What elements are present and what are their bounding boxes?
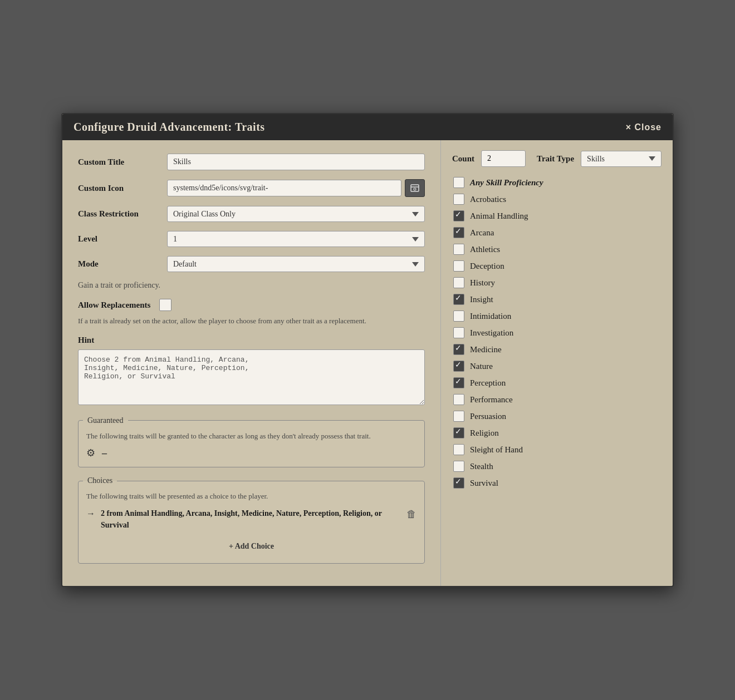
skill-name: Stealth xyxy=(470,462,493,471)
skill-checkbox-religion[interactable] xyxy=(453,427,464,438)
guaranteed-actions: ⚙ – xyxy=(86,447,416,459)
skill-name: Insight xyxy=(470,295,493,304)
choices-description: The following traits will be presented a… xyxy=(86,491,416,502)
skill-checkbox-survival[interactable] xyxy=(453,477,464,489)
skill-checkbox-sleight-of-hand[interactable] xyxy=(453,444,464,455)
skill-checkbox-athletics[interactable] xyxy=(453,244,464,255)
level-row: Level 12345 678910 1112131415 1617181920 xyxy=(78,231,425,247)
skill-name: Performance xyxy=(470,395,513,405)
right-panel: Count Trait Type Skills Languages Armor … xyxy=(441,140,673,586)
skill-item: Arcana xyxy=(452,225,661,240)
skill-item: Medicine xyxy=(452,342,661,357)
mode-row: Mode Default Upgrade Force xyxy=(78,256,425,272)
skill-name: Athletics xyxy=(470,245,500,254)
main-content: Custom Title Custom Icon Class Restricti… xyxy=(62,140,673,586)
skill-checkbox-deception[interactable] xyxy=(453,260,464,272)
skill-item: Investigation xyxy=(452,325,661,341)
skill-name: Animal Handling xyxy=(470,211,528,221)
count-input[interactable] xyxy=(481,150,526,167)
delete-choice-button[interactable]: 🗑 xyxy=(406,509,416,520)
skill-item: Religion xyxy=(452,425,661,441)
choice-text: 2 from Animal Handling, Arcana, Insight,… xyxy=(101,507,401,531)
choices-legend: Choices xyxy=(83,476,117,485)
level-label: Level xyxy=(78,234,167,244)
hint-label: Hint xyxy=(78,336,425,345)
skill-checkbox-persuasion[interactable] xyxy=(453,411,464,422)
skill-item: Sleight of Hand xyxy=(452,442,661,457)
arrow-icon: → xyxy=(86,509,95,519)
skill-checkbox-nature[interactable] xyxy=(453,361,464,372)
custom-title-input[interactable] xyxy=(167,154,425,170)
skill-item: Insight xyxy=(452,292,661,307)
settings-icon[interactable]: ⚙ xyxy=(86,447,95,459)
trait-type-select[interactable]: Skills Languages Armor Weapons Tools xyxy=(581,151,661,167)
allow-replacements-row: Allow Replacements xyxy=(78,299,425,311)
custom-title-row: Custom Title xyxy=(78,154,425,170)
skill-name: Intimidation xyxy=(470,312,511,321)
level-select[interactable]: 12345 678910 1112131415 1617181920 xyxy=(167,231,425,247)
skill-checkbox-performance[interactable] xyxy=(453,394,464,405)
skill-checkbox-acrobatics[interactable] xyxy=(453,194,464,205)
left-panel: Custom Title Custom Icon Class Restricti… xyxy=(62,140,441,586)
skill-name: History xyxy=(470,278,495,288)
mode-select[interactable]: Default Upgrade Force xyxy=(167,256,425,272)
skill-item: Persuasion xyxy=(452,408,661,424)
skill-checkbox-history[interactable] xyxy=(453,277,464,288)
trait-type-label: Trait Type xyxy=(537,154,574,164)
skill-item: Athletics xyxy=(452,241,661,257)
guaranteed-content: The following traits will be granted to … xyxy=(79,425,424,467)
icon-browse-button[interactable] xyxy=(405,179,425,197)
skill-name: Nature xyxy=(470,362,493,371)
skill-item: Stealth xyxy=(452,459,661,474)
skill-checkbox-investigation[interactable] xyxy=(453,327,464,338)
skill-item: History xyxy=(452,275,661,290)
skill-name: Perception xyxy=(470,378,506,388)
guaranteed-section: Guaranteed The following traits will be … xyxy=(78,416,425,468)
skill-checkbox-arcana[interactable] xyxy=(453,227,464,238)
skill-item: Acrobatics xyxy=(452,191,661,207)
skill-name: Deception xyxy=(470,262,504,271)
svg-point-1 xyxy=(414,188,416,190)
skill-item: Survival xyxy=(452,475,661,491)
skill-item: Intimidation xyxy=(452,308,661,324)
skill-name: Sleight of Hand xyxy=(470,445,523,455)
skill-name: Persuasion xyxy=(470,412,506,421)
count-group: Count xyxy=(452,150,526,167)
class-restriction-row: Class Restriction Original Class Only An… xyxy=(78,206,425,222)
choices-content: The following traits will be presented a… xyxy=(79,485,424,563)
skill-name: Arcana xyxy=(470,228,494,238)
class-restriction-select[interactable]: Original Class Only Any Class Multiclass… xyxy=(167,206,425,222)
skill-checkbox-any-skill-proficiency[interactable] xyxy=(453,177,464,188)
configure-window: Configure Druid Advancement: Traits × Cl… xyxy=(61,113,674,587)
skill-checkbox-perception[interactable] xyxy=(453,377,464,388)
close-button[interactable]: × Close xyxy=(626,122,661,132)
window-title: Configure Druid Advancement: Traits xyxy=(74,121,265,134)
class-restriction-label: Class Restriction xyxy=(78,209,167,219)
skill-item: Any Skill Proficiency xyxy=(452,175,661,190)
remove-guaranteed-button[interactable]: – xyxy=(102,447,107,459)
skill-item: Perception xyxy=(452,375,661,391)
skill-checkbox-stealth[interactable] xyxy=(453,461,464,472)
skill-checkbox-medicine[interactable] xyxy=(453,344,464,355)
guaranteed-description: The following traits will be granted to … xyxy=(86,431,416,442)
skill-name: Survival xyxy=(470,479,498,488)
replacement-description: If a trait is already set on the actor, … xyxy=(78,316,425,327)
skill-checkbox-animal-handling[interactable] xyxy=(453,210,464,221)
skill-item: Nature xyxy=(452,358,661,374)
custom-icon-row: Custom Icon xyxy=(78,179,425,197)
skill-checkbox-insight[interactable] xyxy=(453,294,464,305)
skill-checkbox-intimidation[interactable] xyxy=(453,310,464,322)
custom-title-label: Custom Title xyxy=(78,157,167,167)
skill-item: Deception xyxy=(452,258,661,274)
skill-name: Any Skill Proficiency xyxy=(470,178,543,188)
allow-replacements-checkbox[interactable] xyxy=(159,299,171,311)
allow-replacements-label: Allow Replacements xyxy=(78,300,150,310)
add-choice-button[interactable]: + Add Choice xyxy=(86,538,416,555)
hint-textarea[interactable]: Choose 2 from Animal Handling, Arcana, I… xyxy=(78,349,425,405)
skill-name: Religion xyxy=(470,428,499,438)
mode-description: Gain a trait or proficiency. xyxy=(78,281,425,290)
skill-item: Animal Handling xyxy=(452,208,661,224)
custom-icon-input[interactable] xyxy=(167,180,401,196)
right-top-row: Count Trait Type Skills Languages Armor … xyxy=(452,150,661,167)
skill-name: Medicine xyxy=(470,345,502,354)
